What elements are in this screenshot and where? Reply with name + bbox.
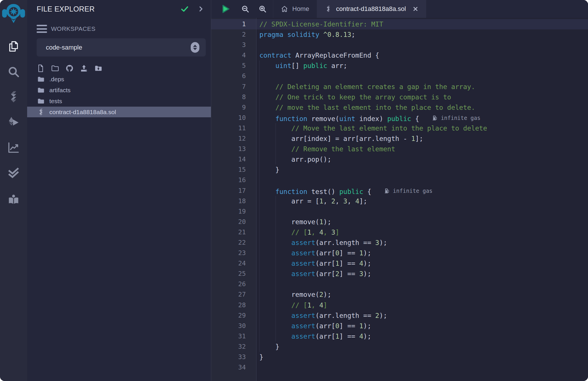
sidebar-item-deploy-run[interactable] xyxy=(0,114,27,131)
clone-github-button[interactable] xyxy=(65,63,74,73)
code-line-10[interactable]: function remove(uint index) public {infi… xyxy=(256,113,588,123)
code-line-23[interactable]: assert(arr[0] == 1); xyxy=(256,248,588,258)
code-line-5[interactable]: uint[] public arr; xyxy=(256,61,588,71)
line-number[interactable]: 1 xyxy=(211,19,256,29)
line-number[interactable]: 7 xyxy=(211,82,256,92)
code-line-25[interactable]: assert(arr[2] == 3); xyxy=(256,269,588,279)
workspaces-label: WORKSPACES xyxy=(51,25,95,32)
code-line-18[interactable]: arr = [1, 2, 3, 4]; xyxy=(256,196,588,206)
tab-contract-d1a8818a8a.sol[interactable]: contract-d1a8818a8a.sol xyxy=(317,0,426,18)
code-line-22[interactable]: assert(arr.length == 3); xyxy=(256,237,588,248)
code-line-8[interactable]: // One trick to keep the array compact i… xyxy=(256,92,588,102)
code-line-21[interactable]: // [1, 4, 3] xyxy=(256,227,588,237)
run-script-button[interactable] xyxy=(219,3,231,15)
new-folder-button[interactable] xyxy=(50,63,60,73)
line-number[interactable]: 23 xyxy=(211,248,256,258)
line-number[interactable]: 24 xyxy=(211,258,256,269)
zoom-out-icon[interactable] xyxy=(239,3,251,15)
code-line-20[interactable]: remove(1); xyxy=(256,217,588,227)
code-line-16[interactable] xyxy=(256,175,588,185)
code-line-12[interactable]: arr[index] = arr[arr.length - 1]; xyxy=(256,133,588,144)
code-line-30[interactable]: assert(arr[0] == 1); xyxy=(256,321,588,331)
line-number[interactable]: 13 xyxy=(211,144,256,154)
line-number[interactable]: 6 xyxy=(211,71,256,81)
close-icon[interactable] xyxy=(412,6,419,12)
line-number[interactable]: 31 xyxy=(211,331,256,342)
tree-item-tests[interactable]: tests xyxy=(27,96,211,107)
line-number[interactable]: 8 xyxy=(211,92,256,102)
code-line-17[interactable]: function test() public {infinite gas xyxy=(256,186,588,196)
code-editor[interactable]: 1234567891011121314151617181920212223242… xyxy=(211,18,588,381)
workspaces-menu-icon[interactable] xyxy=(37,24,47,33)
line-number[interactable]: 30 xyxy=(211,321,256,331)
code-line-29[interactable]: assert(arr.length == 2); xyxy=(256,310,588,321)
search-icon xyxy=(7,65,20,78)
line-number[interactable]: 29 xyxy=(211,310,256,321)
line-number[interactable]: 27 xyxy=(211,289,256,300)
code-line-24[interactable]: assert(arr[1] == 4); xyxy=(256,258,588,269)
code-line-32[interactable]: } xyxy=(256,342,588,352)
sidebar-item-unit-testing[interactable] xyxy=(0,164,27,182)
accept-check-icon[interactable] xyxy=(180,5,189,13)
code-line-2[interactable]: pragma solidity ^0.8.13; xyxy=(256,29,588,40)
line-number[interactable]: 9 xyxy=(211,102,256,113)
code-line-1[interactable]: // SPDX-License-Identifier: MIT xyxy=(256,19,588,29)
line-number[interactable]: 4 xyxy=(211,50,256,61)
code-line-14[interactable]: arr.pop(); xyxy=(256,154,588,165)
line-number[interactable]: 12 xyxy=(211,133,256,144)
code-line-31[interactable]: assert(arr[1] == 4); xyxy=(256,331,588,342)
line-number[interactable]: 20 xyxy=(211,217,256,227)
line-number[interactable]: 26 xyxy=(211,279,256,289)
line-number[interactable]: 18 xyxy=(211,196,256,206)
new-file-icon xyxy=(36,64,45,73)
line-number[interactable]: 15 xyxy=(211,165,256,175)
upload-file-button[interactable] xyxy=(79,63,89,73)
line-number[interactable]: 22 xyxy=(211,237,256,248)
line-number[interactable]: 14 xyxy=(211,154,256,165)
code-line-34[interactable] xyxy=(256,362,588,373)
line-number[interactable]: 34 xyxy=(211,362,256,373)
code-line-13[interactable]: // Remove the last element xyxy=(256,144,588,154)
tab-home[interactable]: Home xyxy=(273,0,317,18)
chevron-right-icon[interactable] xyxy=(196,5,205,13)
code-line-3[interactable] xyxy=(256,40,588,50)
code-line-7[interactable]: // Deleting an element creates a gap in … xyxy=(256,82,588,92)
line-number[interactable]: 16 xyxy=(211,175,256,185)
zoom-in-icon[interactable] xyxy=(257,3,268,15)
code-line-19[interactable] xyxy=(256,206,588,217)
workspace-dropdown-toggle-icon[interactable] xyxy=(191,42,199,53)
code-line-15[interactable]: } xyxy=(256,165,588,175)
code-line-11[interactable]: // Move the last element into the place … xyxy=(256,123,588,133)
line-number[interactable]: 28 xyxy=(211,300,256,310)
line-number[interactable]: 25 xyxy=(211,269,256,279)
sidebar-item-search[interactable] xyxy=(0,63,27,80)
sidebar-item-solidity-compiler[interactable] xyxy=(0,88,27,105)
sidebar-item-plugin-learneth[interactable] xyxy=(0,191,27,208)
line-number[interactable]: 2 xyxy=(211,29,256,40)
new-file-button[interactable] xyxy=(36,63,46,73)
tree-item-artifacts[interactable]: artifacts xyxy=(27,85,211,96)
line-number[interactable]: 17 xyxy=(211,186,256,196)
workspace-select[interactable]: code-sample xyxy=(37,38,206,56)
code-line-6[interactable] xyxy=(256,71,588,81)
sidebar-item-file-explorer[interactable] xyxy=(0,38,27,55)
code-line-33[interactable]: } xyxy=(256,352,588,362)
tree-item-.deps[interactable]: .deps xyxy=(27,74,211,85)
tree-item-contract-d1a8818a8a.sol[interactable]: contract-d1a8818a8a.sol xyxy=(27,107,211,117)
code-line-26[interactable] xyxy=(256,279,588,289)
code-line-4[interactable]: contract ArrayReplaceFromEnd { xyxy=(256,50,588,61)
line-number[interactable]: 19 xyxy=(211,206,256,217)
line-number[interactable]: 11 xyxy=(211,123,256,133)
code-line-9[interactable]: // move the last element into the place … xyxy=(256,102,588,113)
line-number[interactable]: 5 xyxy=(211,61,256,71)
gas-label: infinite gas xyxy=(441,113,480,123)
code-line-27[interactable]: remove(2); xyxy=(256,289,588,300)
line-number[interactable]: 3 xyxy=(211,40,256,50)
line-number[interactable]: 33 xyxy=(211,352,256,362)
code-line-28[interactable]: // [1, 4] xyxy=(256,300,588,310)
sidebar-item-analytics[interactable] xyxy=(0,139,27,156)
line-number[interactable]: 32 xyxy=(211,342,256,352)
upload-folder-button[interactable] xyxy=(93,63,103,73)
line-number[interactable]: 21 xyxy=(211,227,256,237)
line-number[interactable]: 10 xyxy=(211,113,256,123)
